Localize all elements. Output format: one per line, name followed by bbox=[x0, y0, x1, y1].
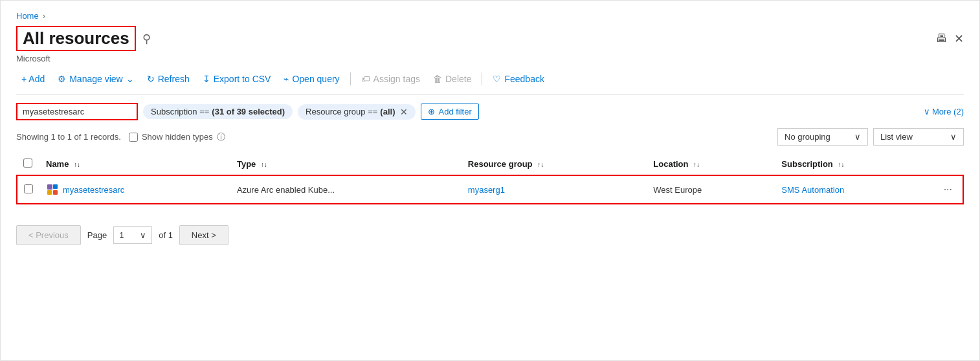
show-hidden-types-checkbox[interactable] bbox=[129, 133, 138, 142]
grouping-dropdown[interactable]: No grouping ∨ bbox=[777, 128, 868, 146]
breadcrumb-separator: › bbox=[43, 11, 45, 21]
header-row: All resources ⚲ 🖶 ✕ bbox=[16, 26, 964, 51]
assign-tags-button[interactable]: 🏷 Assign tags bbox=[356, 71, 425, 87]
chevron-down-icon: ⌄ bbox=[126, 74, 134, 84]
view-dropdown[interactable]: List view ∨ bbox=[873, 128, 964, 146]
more-link[interactable]: ∨ More (2) bbox=[924, 107, 964, 116]
subtitle: Microsoft bbox=[16, 54, 964, 63]
resources-table: Name ↑↓ Type ↑↓ Resource group ↑↓ Locati… bbox=[16, 153, 964, 204]
close-button[interactable]: ✕ bbox=[954, 32, 964, 46]
print-button[interactable]: 🖶 bbox=[936, 32, 948, 45]
th-name: Name ↑↓ bbox=[39, 153, 230, 175]
of-total-label: of 1 bbox=[159, 230, 173, 240]
controls-right: No grouping ∨ List view ∨ bbox=[777, 128, 964, 146]
th-type: Type ↑↓ bbox=[230, 153, 462, 175]
select-all-th bbox=[17, 153, 39, 175]
breadcrumb-home[interactable]: Home bbox=[16, 11, 39, 21]
page-label: Page bbox=[87, 230, 107, 240]
resource-type-icon bbox=[46, 183, 59, 196]
refresh-button[interactable]: ↻ Refresh bbox=[142, 71, 195, 87]
svg-rect-1 bbox=[53, 184, 58, 189]
row-type-cell: Azure Arc enabled Kube... bbox=[230, 175, 462, 204]
th-resource-group: Resource group ↑↓ bbox=[462, 153, 647, 175]
header-left: All resources ⚲ bbox=[16, 26, 151, 51]
resource-group-filter-pill: Resource group == (all) ✕ bbox=[298, 104, 416, 120]
add-filter-button[interactable]: ⊕ Add filter bbox=[421, 104, 478, 120]
row-subscription-cell: SMS Automation bbox=[775, 175, 933, 204]
resource-group-link[interactable]: myaserg1 bbox=[468, 185, 505, 195]
manage-view-button[interactable]: ⚙ Manage view ⌄ bbox=[52, 71, 139, 87]
breadcrumb: Home › bbox=[16, 11, 964, 21]
table-header-row: Name ↑↓ Type ↑↓ Resource group ↑↓ Locati… bbox=[17, 153, 963, 175]
tag-icon: 🏷 bbox=[361, 74, 370, 84]
th-location: Location ↑↓ bbox=[647, 153, 775, 175]
row-actions-cell: ··· bbox=[933, 175, 963, 204]
delete-button[interactable]: 🗑 Delete bbox=[428, 71, 476, 87]
chevron-down-icon-page: ∨ bbox=[140, 230, 146, 240]
export-csv-button[interactable]: ↧ Export to CSV bbox=[197, 71, 276, 87]
filter-row: Subscription == (31 of 39 selected) Reso… bbox=[16, 103, 964, 120]
select-all-checkbox[interactable] bbox=[23, 159, 32, 168]
sort-icon-type[interactable]: ↑↓ bbox=[261, 162, 267, 168]
show-hidden-types-label[interactable]: Show hidden types ⓘ bbox=[129, 131, 225, 143]
controls-left: Showing 1 to 1 of 1 records. Show hidden… bbox=[16, 131, 225, 143]
th-actions bbox=[933, 153, 963, 175]
next-button[interactable]: Next > bbox=[179, 225, 228, 245]
open-query-button[interactable]: ⌁ Open query bbox=[278, 71, 344, 87]
row-resource-group-cell: myaserg1 bbox=[462, 175, 647, 204]
chevron-down-icon-more: ∨ bbox=[924, 107, 930, 116]
toolbar: + Add ⚙ Manage view ⌄ ↻ Refresh ↧ Export… bbox=[16, 71, 964, 95]
header-right: 🖶 ✕ bbox=[936, 32, 964, 46]
sort-icon-subscription[interactable]: ↑↓ bbox=[838, 162, 844, 168]
search-input[interactable] bbox=[16, 103, 138, 120]
chevron-down-icon-view: ∨ bbox=[950, 132, 957, 142]
pin-icon[interactable]: ⚲ bbox=[142, 32, 151, 46]
controls-row: Showing 1 to 1 of 1 records. Show hidden… bbox=[16, 128, 964, 146]
page-number-dropdown[interactable]: 1 ∨ bbox=[113, 226, 152, 244]
table-row: myasetestresarc Azure Arc enabled Kube..… bbox=[17, 175, 963, 204]
th-subscription: Subscription ↑↓ bbox=[775, 153, 933, 175]
resource-group-filter-close[interactable]: ✕ bbox=[400, 107, 408, 117]
query-icon: ⌁ bbox=[284, 74, 289, 84]
gear-icon: ⚙ bbox=[58, 74, 66, 84]
previous-button[interactable]: < Previous bbox=[16, 225, 81, 245]
resource-group-filter-label: Resource group == bbox=[306, 107, 377, 116]
sort-icon-location[interactable]: ↑↓ bbox=[693, 162, 700, 168]
subscription-filter-label: Subscription == bbox=[151, 107, 209, 116]
add-button[interactable]: + Add bbox=[16, 71, 50, 87]
svg-rect-2 bbox=[47, 190, 52, 195]
subscription-filter-value: (31 of 39 selected) bbox=[212, 107, 285, 116]
toolbar-separator-2 bbox=[482, 72, 482, 85]
page-wrapper: Home › All resources ⚲ 🖶 ✕ Microsoft + A… bbox=[0, 0, 980, 361]
delete-icon: 🗑 bbox=[433, 74, 442, 84]
chevron-down-icon-grouping: ∨ bbox=[854, 132, 861, 142]
row-name-cell: myasetestresarc bbox=[39, 175, 230, 204]
sort-icon-name[interactable]: ↑↓ bbox=[74, 162, 80, 168]
subscription-filter-pill: Subscription == (31 of 39 selected) bbox=[143, 104, 293, 119]
row-ellipsis-button[interactable]: ··· bbox=[940, 182, 956, 197]
info-icon: ⓘ bbox=[217, 131, 225, 143]
row-checkbox[interactable] bbox=[24, 184, 33, 193]
export-icon: ↧ bbox=[203, 74, 210, 84]
page-title: All resources bbox=[16, 26, 136, 51]
feedback-button[interactable]: ♡ Feedback bbox=[487, 71, 549, 87]
row-checkbox-cell bbox=[17, 175, 39, 204]
row-location-cell: West Europe bbox=[647, 175, 775, 204]
resource-group-filter-value: (all) bbox=[380, 107, 395, 116]
toolbar-separator-1 bbox=[350, 72, 351, 85]
filter-icon: ⊕ bbox=[428, 107, 435, 116]
showing-text: Showing 1 to 1 of 1 records. bbox=[16, 132, 121, 142]
feedback-icon: ♡ bbox=[493, 74, 501, 84]
svg-rect-3 bbox=[53, 190, 58, 195]
pagination-row: < Previous Page 1 ∨ of 1 Next > bbox=[16, 220, 964, 245]
resource-name-link[interactable]: myasetestresarc bbox=[46, 183, 224, 196]
subscription-link[interactable]: SMS Automation bbox=[781, 185, 844, 195]
svg-rect-0 bbox=[47, 184, 52, 190]
sort-icon-resource-group[interactable]: ↑↓ bbox=[537, 162, 544, 168]
refresh-icon: ↻ bbox=[147, 74, 155, 84]
